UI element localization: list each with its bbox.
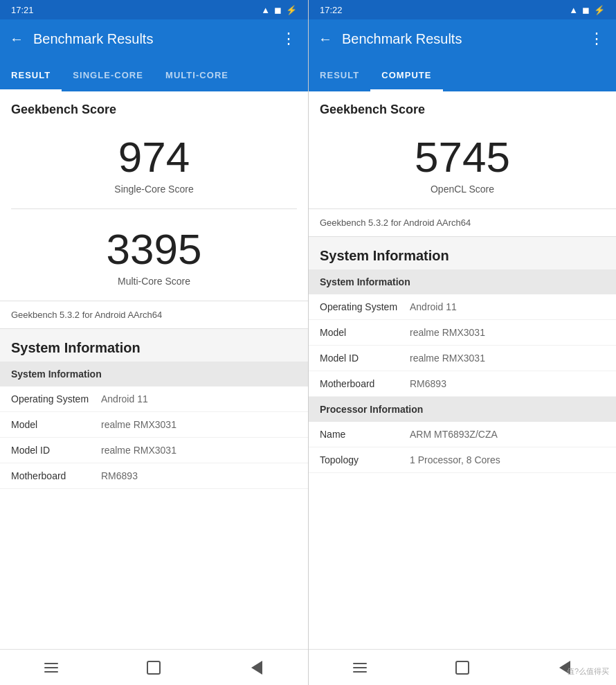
sys-info-group-header-right: System Information (309, 269, 616, 294)
info-key-model-right: Model (320, 327, 410, 338)
info-row-mb-right: Motherboard RM6893 (309, 371, 616, 397)
nav-home-left[interactable] (136, 654, 171, 682)
info-val-mb-right: RM6893 (410, 378, 605, 389)
opencl-score-value: 5745 (320, 134, 605, 181)
tab-multi-core[interactable]: MULTI-CORE (154, 58, 239, 91)
proc-info-group-header: Processor Information (309, 397, 616, 422)
single-core-score-section: 974 Single-Core Score (0, 117, 308, 208)
info-key-mb-left: Motherboard (11, 470, 101, 481)
info-key-os-right: Operating System (320, 301, 410, 312)
tabs-bar-right: RESULT COMPUTE (309, 58, 616, 91)
score-heading-right: Geekbench Score (320, 103, 425, 116)
info-val-mb-left: RM6893 (101, 470, 297, 481)
left-panel: 17:21 ▲ ◼ ⚡ ← Benchmark Results ⋮ RESULT… (0, 0, 308, 685)
multi-core-score-label: Multi-Core Score (11, 276, 297, 287)
single-core-score-value: 974 (11, 134, 297, 181)
info-row-modelid-right: Model ID realme RMX3031 (309, 346, 616, 371)
more-button-left[interactable]: ⋮ (275, 25, 302, 53)
status-icons-right: ▲ ◼ ⚡ (569, 5, 605, 15)
info-row-modelid-left: Model ID realme RMX3031 (0, 438, 308, 463)
info-row-topology-right: Topology 1 Processor, 8 Cores (309, 447, 616, 473)
wifi-icon-left: ▲ (261, 5, 270, 15)
multi-core-score-section: 3395 Multi-Core Score (0, 209, 308, 301)
single-core-score-label: Single-Core Score (11, 184, 297, 195)
nav-home-right[interactable] (445, 654, 480, 682)
sys-info-group-header-left: System Information (0, 362, 308, 386)
status-time-right: 17:22 (320, 5, 343, 15)
info-key-topology-right: Topology (320, 454, 410, 465)
info-key-name-right: Name (320, 429, 410, 440)
page-title-right: Benchmark Results (342, 31, 583, 47)
info-key-modelid-right: Model ID (320, 353, 410, 364)
info-row-model-left: Model realme RMX3031 (0, 412, 308, 438)
more-button-right[interactable]: ⋮ (583, 25, 610, 53)
status-bar-right: 17:22 ▲ ◼ ⚡ (309, 0, 616, 19)
sys-info-title-right: System Information (309, 237, 616, 269)
info-val-modelid-right: realme RMX3031 (410, 353, 605, 364)
page-title-left: Benchmark Results (33, 31, 275, 47)
opencl-score-section: 5745 OpenCL Score (309, 117, 616, 208)
right-panel: 17:22 ▲ ◼ ⚡ ← Benchmark Results ⋮ RESULT… (308, 0, 616, 685)
version-text-right: Geekbench 5.3.2 for Android AArch64 (309, 209, 616, 236)
info-val-os-left: Android 11 (101, 393, 297, 404)
back-button-right[interactable]: ← (311, 25, 339, 53)
content-left: Geekbench Score 974 Single-Core Score 33… (0, 91, 308, 649)
info-val-topology-right: 1 Processor, 8 Cores (410, 454, 605, 465)
info-val-model-left: realme RMX3031 (101, 419, 297, 430)
info-key-modelid-left: Model ID (11, 445, 101, 456)
wifi-icon-right: ▲ (569, 5, 578, 15)
watermark-label: 值?么值得买 (567, 666, 609, 677)
tab-result-left[interactable]: RESULT (0, 58, 62, 91)
info-table-left: System Information Operating System Andr… (0, 362, 308, 489)
info-row-mb-left: Motherboard RM6893 (0, 463, 308, 489)
tab-compute[interactable]: COMPUTE (370, 58, 442, 91)
back-button-left[interactable]: ← (3, 25, 30, 53)
info-row-os-right: Operating System Android 11 (309, 294, 616, 320)
status-bar-left: 17:21 ▲ ◼ ⚡ (0, 0, 308, 19)
nav-back-left[interactable] (239, 654, 274, 682)
info-table-right: System Information Operating System Andr… (309, 269, 616, 473)
data-icon-right: ◼ (582, 5, 590, 15)
top-bar-right: ← Benchmark Results ⋮ (309, 19, 616, 58)
tab-result-right[interactable]: RESULT (309, 58, 370, 91)
status-time-left: 17:21 (11, 5, 34, 15)
sys-info-title-left: System Information (0, 329, 308, 362)
info-val-os-right: Android 11 (410, 301, 605, 312)
top-bar-left: ← Benchmark Results ⋮ (0, 19, 308, 58)
info-val-model-right: realme RMX3031 (410, 327, 605, 338)
bottom-nav-right: 值?么值得买 (309, 649, 616, 685)
version-text-left: Geekbench 5.3.2 for Android AArch64 (0, 301, 308, 328)
info-key-os-left: Operating System (11, 393, 101, 404)
data-icon-left: ◼ (274, 5, 282, 15)
nav-menu-left[interactable] (34, 654, 69, 682)
info-key-model-left: Model (11, 419, 101, 430)
info-row-name-right: Name ARM MT6893Z/CZA (309, 422, 616, 447)
score-heading-left: Geekbench Score (11, 103, 116, 116)
info-key-mb-right: Motherboard (320, 378, 410, 389)
bottom-nav-left (0, 649, 308, 685)
tabs-bar-left: RESULT SINGLE-CORE MULTI-CORE (0, 58, 308, 91)
multi-core-score-value: 3395 (11, 226, 297, 273)
tab-single-core[interactable]: SINGLE-CORE (62, 58, 154, 91)
info-row-model-right: Model realme RMX3031 (309, 320, 616, 346)
battery-icon-right: ⚡ (594, 5, 605, 15)
info-row-os-left: Operating System Android 11 (0, 386, 308, 412)
info-val-modelid-left: realme RMX3031 (101, 445, 297, 456)
nav-menu-right[interactable] (343, 654, 377, 682)
info-val-name-right: ARM MT6893Z/CZA (410, 429, 605, 440)
content-right: Geekbench Score 5745 OpenCL Score Geekbe… (309, 91, 616, 649)
opencl-score-label: OpenCL Score (320, 184, 605, 195)
status-icons-left: ▲ ◼ ⚡ (261, 5, 297, 15)
battery-icon-left: ⚡ (286, 5, 297, 15)
